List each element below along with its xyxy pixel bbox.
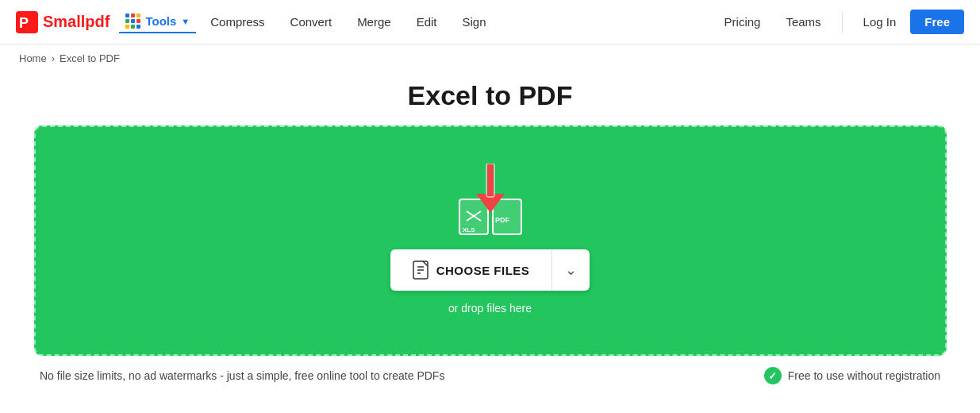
login-button[interactable]: Log In xyxy=(852,12,908,32)
nav-right: Pricing Teams Log In Free xyxy=(713,10,964,34)
pricing-link[interactable]: Pricing xyxy=(713,12,772,32)
logo[interactable]: P Smallpdf xyxy=(16,11,110,33)
svg-text:P: P xyxy=(19,15,29,31)
breadcrumb: Home › Excel to PDF xyxy=(0,44,980,72)
nav-divider xyxy=(842,11,843,33)
choose-files-button[interactable]: CHOOSE FILES xyxy=(390,249,552,291)
download-arrow-icon xyxy=(476,164,505,219)
free-button[interactable]: Free xyxy=(910,10,964,34)
grid-icon xyxy=(125,14,140,29)
chevron-down-icon: ⌄ xyxy=(565,261,577,279)
convert-link[interactable]: Convert xyxy=(279,12,344,32)
breadcrumb-separator: › xyxy=(52,52,55,64)
merge-link[interactable]: Merge xyxy=(346,12,402,32)
info-right-text: Free to use without registration xyxy=(788,369,940,382)
info-right: ✓ Free to use without registration xyxy=(764,367,940,384)
svg-text:XLS: XLS xyxy=(463,226,475,234)
info-left-text: No file size limits, no ad watermarks - … xyxy=(40,369,444,382)
tools-menu-button[interactable]: Tools ▼ xyxy=(119,10,196,33)
drop-hint-text: or drop files here xyxy=(448,302,532,315)
sign-link[interactable]: Sign xyxy=(452,12,498,32)
info-bar: No file size limits, no ad watermarks - … xyxy=(16,356,964,384)
file-upload-icon xyxy=(413,261,429,280)
dropdown-chevron-button[interactable]: ⌄ xyxy=(552,249,590,291)
logo-text: Smallpdf xyxy=(43,13,110,31)
tools-label: Tools xyxy=(145,14,176,28)
drop-zone[interactable]: XLS PDF xyxy=(34,125,947,356)
check-circle-icon: ✓ xyxy=(764,367,782,384)
navbar: P Smallpdf Tools ▼ Compress Convert Merg… xyxy=(0,0,980,44)
compress-link[interactable]: Compress xyxy=(199,12,275,32)
choose-files-label: CHOOSE FILES xyxy=(436,264,530,277)
edit-link[interactable]: Edit xyxy=(405,12,448,32)
chevron-down-icon: ▼ xyxy=(181,17,190,26)
page-title: Excel to PDF xyxy=(408,80,573,111)
teams-link[interactable]: Teams xyxy=(774,12,832,32)
breadcrumb-current: Excel to PDF xyxy=(60,52,120,64)
main-content: Excel to PDF XLS PDF xyxy=(0,72,980,400)
breadcrumb-home[interactable]: Home xyxy=(19,52,47,64)
choose-files-row: CHOOSE FILES ⌄ xyxy=(390,249,590,291)
drop-icon-area: XLS PDF xyxy=(455,172,526,235)
svg-rect-8 xyxy=(487,164,494,197)
